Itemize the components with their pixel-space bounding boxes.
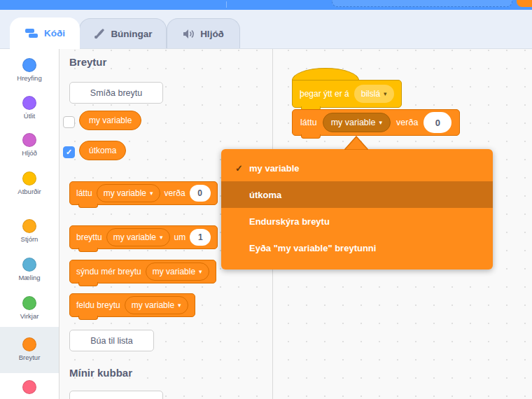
block-text: láttu — [76, 188, 92, 198]
variable-dropdown[interactable]: my variable ▾ — [97, 184, 160, 202]
caret-down-icon: ▾ — [178, 302, 181, 309]
hat-block-when-key-pressed[interactable]: þegar ýtt er á bilslá ▾ — [292, 80, 402, 108]
tab-sounds[interactable]: Hljóð — [167, 18, 240, 48]
block-text: feldu breytu — [76, 300, 120, 310]
tab-costumes[interactable]: Búningar — [79, 18, 167, 48]
make-a-block-button-partial[interactable] — [69, 391, 163, 399]
block-text: verða — [164, 188, 186, 198]
variable-dropdown[interactable]: my variable ▾ — [146, 262, 209, 281]
block-text: verða — [396, 118, 418, 127]
category-label: Hljóð — [0, 149, 59, 157]
palette-block-change-variable[interactable]: breyttu my variable ▾ um 1 — [69, 225, 218, 249]
variables-category-icon — [22, 337, 36, 351]
variable-dropdown-open[interactable]: my variable ▾ — [323, 113, 391, 132]
variable-dropdown[interactable]: my variable ▾ — [106, 228, 170, 246]
palette-block-show-variable[interactable]: sýndu mér breytu my variable ▾ — [69, 260, 216, 284]
operators-category-icon — [22, 296, 36, 310]
menu-pointer-caret — [344, 136, 368, 150]
scratch-editor: Kóði Búningar Hljóð Hreyfing Útlit — [0, 0, 532, 399]
category-label: Stjórn — [0, 235, 59, 243]
motion-category-icon — [22, 58, 36, 72]
category-sound[interactable]: Hljóð — [0, 122, 59, 164]
menu-item-label: my variable — [249, 163, 300, 174]
tab-strip: Kóði Búningar Hljóð — [0, 10, 532, 49]
script-block-set-variable[interactable]: láttu my variable ▾ verða 0 — [292, 109, 460, 136]
category-sensing[interactable]: Mæling — [0, 247, 59, 289]
check-icon: ✓ — [66, 148, 72, 157]
block-text: breyttu — [76, 232, 102, 242]
menu-item-utkoma[interactable]: útkoma — [221, 181, 493, 208]
category-control[interactable]: Stjórn — [0, 209, 59, 251]
category-variables[interactable]: Breytur — [0, 327, 59, 373]
category-looks[interactable]: Útlit — [0, 85, 59, 127]
code-blocks-icon — [24, 28, 38, 39]
dropdown-value: my variable — [331, 118, 376, 127]
variable-dropdown[interactable]: my variable ▾ — [125, 296, 188, 314]
menu-bar-divider — [226, 1, 227, 8]
variable-pill-my-variable[interactable]: my variable — [79, 111, 141, 130]
block-text: um — [174, 232, 186, 242]
palette-header-my-blocks: Mínir kubbar — [69, 367, 132, 379]
menu-item-my-variable[interactable]: ✓ my variable — [221, 155, 493, 181]
category-motion[interactable]: Hreyfing — [0, 48, 59, 90]
variable-checkbox-my-variable[interactable] — [63, 116, 75, 128]
dropdown-value: bilslá — [361, 89, 380, 99]
block-text: þegar ýtt er á — [300, 89, 349, 99]
make-list-button[interactable]: Búa til lista — [69, 330, 154, 351]
dropdown-value: my variable — [132, 300, 174, 310]
menu-item-label: útkoma — [249, 190, 281, 200]
check-icon: ✓ — [235, 163, 249, 174]
caret-down-icon: ▾ — [384, 90, 387, 97]
caret-down-icon: ▾ — [150, 190, 153, 197]
category-label: Útlit — [0, 112, 59, 120]
dropdown-value: my variable — [113, 232, 156, 242]
project-title-input[interactable] — [332, 0, 512, 7]
paintbrush-icon — [93, 28, 105, 39]
variable-checkbox-utkoma[interactable]: ✓ — [63, 146, 75, 158]
palette-block-set-variable[interactable]: láttu my variable ▾ verða 0 — [69, 181, 218, 205]
category-events[interactable]: Atburðir — [0, 161, 59, 203]
menu-item-delete-variable[interactable]: Eyða "my variable" breytunni — [221, 234, 493, 261]
tab-code[interactable]: Kóði — [10, 18, 80, 49]
variable-pill-utkoma[interactable]: útkoma — [79, 141, 126, 160]
palette-header-variables: Breytur — [69, 56, 106, 68]
category-label: Hreyfing — [0, 74, 59, 82]
value-input[interactable]: 1 — [190, 229, 211, 246]
menu-bar-button-partial[interactable] — [517, 0, 532, 7]
dropdown-value: my variable — [153, 267, 195, 276]
make-variable-button[interactable]: Smíða breytu — [69, 82, 163, 104]
tab-sounds-label: Hljóð — [200, 29, 224, 39]
dropdown-value: my variable — [104, 188, 146, 198]
my-blocks-category-icon — [22, 380, 36, 394]
block-text: láttu — [300, 118, 317, 127]
control-category-icon — [22, 219, 36, 233]
menu-item-label: Eyða "my variable" breytunni — [249, 243, 376, 253]
menu-item-rename-variable[interactable]: Endurskýra breytu — [221, 208, 493, 234]
menu-item-label: Endurskýra breytu — [249, 216, 330, 227]
sound-category-icon — [22, 133, 36, 147]
events-category-icon — [22, 172, 36, 186]
tab-costumes-label: Búningar — [111, 29, 152, 39]
value-input[interactable]: 0 — [190, 185, 211, 202]
category-my-blocks[interactable] — [0, 370, 59, 399]
menu-bar — [0, 0, 532, 10]
caret-down-icon: ▾ — [199, 269, 202, 275]
tab-code-label: Kóði — [44, 28, 65, 38]
palette-block-hide-variable[interactable]: feldu breytu my variable ▾ — [69, 293, 195, 317]
category-label: Mæling — [0, 274, 59, 281]
speaker-icon — [183, 29, 195, 39]
block-text: sýndu mér breytu — [76, 267, 141, 276]
variable-dropdown-menu: ✓ my variable útkoma Endurskýra breytu E… — [221, 149, 493, 270]
caret-down-icon: ▾ — [160, 234, 163, 241]
category-label: Virkjar — [0, 312, 59, 320]
category-operators[interactable]: Virkjar — [0, 286, 59, 328]
category-label: Breytur — [0, 354, 59, 361]
key-dropdown[interactable]: bilslá ▾ — [354, 85, 394, 103]
looks-category-icon — [22, 96, 36, 110]
value-input[interactable]: 0 — [424, 112, 451, 133]
category-label: Atburðir — [0, 188, 59, 195]
sensing-category-icon — [22, 258, 36, 272]
caret-down-icon: ▾ — [379, 120, 383, 126]
